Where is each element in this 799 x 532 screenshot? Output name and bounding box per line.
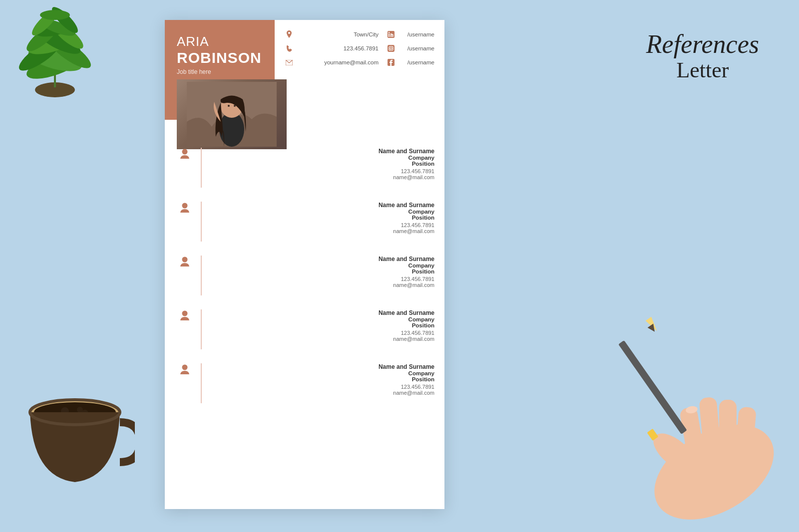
location-value: Town/City [298,31,379,37]
ref-person-icon [180,309,195,349]
document: ARIA ROBINSON Job title here [165,20,444,509]
svg-point-14 [40,10,70,20]
ref-email: name@mail.com [208,174,434,180]
ref-position: Position [208,215,434,221]
phone-value: 123.456.7891 [298,45,379,51]
ref-details: Name and Surname Company Position 123.45… [208,202,434,242]
ref-person-icon [180,363,195,403]
ref-name: Name and Surname [208,148,434,155]
ref-divider [201,148,202,188]
contact-panel: Town/City /username 123.456.7891 /userna… [275,20,444,120]
ref-position: Position [208,161,434,167]
svg-rect-43 [388,45,395,52]
svg-point-49 [182,149,188,155]
ref-company: Company [208,155,434,161]
email-value: yourname@mail.com [298,59,379,65]
svg-point-53 [182,365,188,370]
linkedin-icon [387,30,396,39]
ref-name: Name and Surname [208,363,434,370]
header-name-panel: ARIA ROBINSON Job title here [165,20,275,120]
ref-person-icon [180,256,195,295]
svg-rect-26 [719,400,737,462]
ref-company: Company [208,263,434,268]
ref-person-icon [180,148,195,188]
contact-row-phone: 123.456.7891 /username [285,44,434,53]
reference-item: Name and Surname Company Position 123.45… [180,202,434,242]
linkedin-value: /username [400,31,434,37]
ref-position: Position [208,376,434,382]
ref-phone: 123.456.7891 [208,276,434,282]
instagram-value: /username [400,45,434,51]
title-line2: Letter [646,58,759,82]
ref-details: Name and Surname Company Position 123.45… [208,256,434,295]
document-header: ARIA ROBINSON Job title here [165,20,444,120]
ref-details: Name and Surname Company Position 123.45… [208,148,434,188]
ref-phone: 123.456.7891 [208,168,434,174]
ref-email: name@mail.com [208,282,434,288]
title-line1: References [646,30,759,58]
svg-rect-29 [618,340,687,434]
instagram-icon [387,44,396,53]
hand-pencil-decoration [574,282,799,532]
coffee-decoration [25,382,135,492]
svg-rect-41 [389,33,390,37]
ref-name: Name and Surname [208,309,434,316]
facebook-icon [387,58,396,67]
svg-point-46 [393,46,393,47]
location-icon [285,30,294,39]
ref-company: Company [208,209,434,215]
ref-details: Name and Surname Company Position 123.45… [208,309,434,349]
references-section: References Name and Surname Company Posi… [165,120,444,427]
ref-divider [201,309,202,349]
ref-position: Position [208,268,434,274]
svg-point-39 [234,105,236,107]
ref-person-icon [180,202,195,242]
ref-divider [201,256,202,295]
plant-decoration [0,0,130,130]
ref-phone: 123.456.7891 [208,222,434,228]
phone-icon [285,44,294,53]
ref-email: name@mail.com [208,228,434,234]
ref-email: name@mail.com [208,336,434,342]
contact-row-email: yourname@mail.com /username [285,58,434,67]
profile-photo [177,79,287,149]
reference-item: Name and Surname Company Position 123.45… [180,256,434,295]
first-name: ARIA [177,34,265,49]
svg-point-38 [228,105,230,107]
svg-point-51 [182,257,188,263]
references-list: Name and Surname Company Position 123.45… [180,148,434,403]
reference-item: Name and Surname Company Position 123.45… [180,363,434,403]
email-icon [285,58,294,67]
svg-point-50 [182,203,188,209]
ref-name: Name and Surname [208,202,434,209]
ref-name: Name and Surname [208,256,434,263]
ref-company: Company [208,316,434,322]
contact-row-location: Town/City /username [285,30,434,39]
ref-position: Position [208,322,434,328]
ref-company: Company [208,370,434,376]
ref-phone: 123.456.7891 [208,384,434,390]
page-title: References Letter [646,30,759,83]
ref-email: name@mail.com [208,390,434,396]
svg-point-52 [182,311,188,316]
reference-item: Name and Surname Company Position 123.45… [180,309,434,349]
ref-details: Name and Surname Company Position 123.45… [208,363,434,403]
svg-point-42 [389,32,390,33]
ref-divider [201,202,202,242]
ref-phone: 123.456.7891 [208,330,434,336]
ref-divider [201,363,202,403]
svg-marker-32 [648,323,658,333]
last-name: ROBINSON [177,49,265,66]
facebook-value: /username [400,59,434,65]
reference-item: Name and Surname Company Position 123.45… [180,148,434,188]
job-title: Job title here [177,68,265,75]
